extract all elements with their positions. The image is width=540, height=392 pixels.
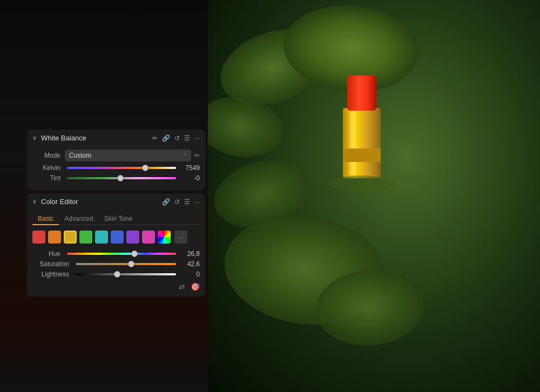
kelvin-label: Kelvin (32, 164, 60, 172)
color-list-icon[interactable]: ☰ (184, 198, 190, 206)
hue-label: Hue (32, 250, 60, 258)
svg-point-4 (329, 175, 394, 192)
white-balance-header: ∨ White Balance ✏ 🔗 ↺ ☰ ··· (27, 130, 205, 146)
tab-basic[interactable]: Basic (32, 213, 59, 225)
white-balance-panel: ∨ White Balance ✏ 🔗 ↺ ☰ ··· Mode Custom … (27, 130, 205, 190)
lightness-label: Lightness (32, 271, 69, 278)
saturation-label: Saturation (32, 260, 69, 268)
color-editor-header-icons: 🔗 ↺ ☰ ··· (162, 198, 200, 206)
hue-slider[interactable] (67, 253, 176, 255)
mode-chevron-icon: ⌃ (183, 153, 187, 159)
color-more-icon[interactable]: ··· (194, 198, 200, 206)
tint-row: Tint -0 (32, 174, 200, 182)
saturation-thumb[interactable] (128, 261, 134, 267)
kelvin-thumb[interactable] (142, 165, 148, 171)
bottom-icons: ⇄ 🎯 (32, 282, 200, 291)
edit-icon[interactable]: ✏ (152, 134, 158, 142)
swatch-rainbow[interactable] (158, 231, 171, 244)
swatch-red[interactable] (32, 231, 45, 244)
white-balance-title: White Balance (41, 134, 149, 142)
tint-slider[interactable] (67, 177, 176, 179)
color-editor-title: Color Editor (41, 198, 159, 206)
kelvin-slider[interactable] (67, 167, 176, 169)
lightness-row: Lightness 0 (32, 271, 200, 278)
saturation-value: 42,6 (180, 260, 200, 268)
panels-container: ∨ White Balance ✏ 🔗 ↺ ☰ ··· Mode Custom … (27, 130, 205, 296)
tab-advanced[interactable]: Advanced (59, 213, 98, 225)
tint-value: -0 (180, 174, 200, 182)
reset-icon[interactable]: ↺ (174, 134, 180, 142)
color-editor-panel: ∨ Color Editor 🔗 ↺ ☰ ··· Basic Advanced … (27, 193, 205, 296)
swatch-green[interactable] (79, 231, 92, 244)
swatch-teal[interactable] (95, 231, 108, 244)
swatch-orange[interactable] (48, 231, 61, 244)
color-link-icon[interactable]: 🔗 (162, 198, 170, 206)
saturation-slider[interactable] (76, 263, 176, 265)
white-balance-header-icons: ✏ 🔗 ↺ ☰ ··· (152, 134, 200, 142)
swatch-magenta[interactable] (142, 231, 155, 244)
more-icon[interactable]: ··· (194, 134, 200, 142)
color-editor-body: Basic Advanced Skin Tone ··· Hue (27, 210, 205, 296)
svg-rect-2 (349, 111, 356, 175)
kelvin-row: Kelvin 7549 (32, 164, 200, 172)
color-editor-header: ∨ Color Editor 🔗 ↺ ☰ ··· (27, 193, 205, 210)
svg-rect-0 (343, 108, 381, 178)
background-right (208, 0, 540, 392)
white-balance-body: Mode Custom ⌃ ✏ Kelvin 7549 Tint (27, 146, 205, 190)
color-editor-tabs: Basic Advanced Skin Tone (32, 213, 200, 225)
magic-icon[interactable]: 🎯 (191, 282, 200, 291)
swatch-blue[interactable] (111, 231, 124, 244)
saturation-row: Saturation 42,6 (32, 260, 200, 268)
lipstick-svg (262, 43, 451, 205)
list-icon[interactable]: ☰ (184, 134, 190, 142)
svg-rect-3 (343, 148, 381, 162)
hue-row: Hue 26,8 (32, 250, 200, 258)
kelvin-value: 7549 (180, 164, 200, 172)
mode-value: Custom (69, 152, 91, 159)
more-swatches-button[interactable]: ··· (174, 231, 187, 244)
mode-row: Mode Custom ⌃ ✏ (32, 150, 200, 161)
tint-thumb[interactable] (117, 175, 124, 181)
lightness-slider[interactable] (76, 273, 176, 275)
white-balance-chevron[interactable]: ∨ (32, 134, 37, 141)
svg-rect-1 (347, 76, 376, 111)
mode-label: Mode (32, 152, 60, 159)
adjustments-icon[interactable]: ⇄ (179, 282, 185, 291)
mode-select[interactable]: Custom ⌃ (65, 150, 191, 161)
lightness-thumb[interactable] (114, 271, 120, 278)
swatch-yellow[interactable] (64, 231, 77, 244)
tint-label: Tint (32, 174, 60, 182)
link-icon[interactable]: 🔗 (162, 134, 170, 142)
mode-edit-icon[interactable]: ✏ (194, 152, 200, 159)
color-swatches: ··· (32, 231, 200, 244)
color-reset-icon[interactable]: ↺ (174, 198, 180, 206)
swatch-purple[interactable] (126, 231, 139, 244)
color-editor-chevron[interactable]: ∨ (32, 198, 37, 205)
lightness-value: 0 (180, 271, 200, 278)
tab-skin-tone[interactable]: Skin Tone (99, 213, 138, 225)
hue-value: 26,8 (180, 250, 200, 258)
hue-thumb[interactable] (131, 251, 138, 257)
